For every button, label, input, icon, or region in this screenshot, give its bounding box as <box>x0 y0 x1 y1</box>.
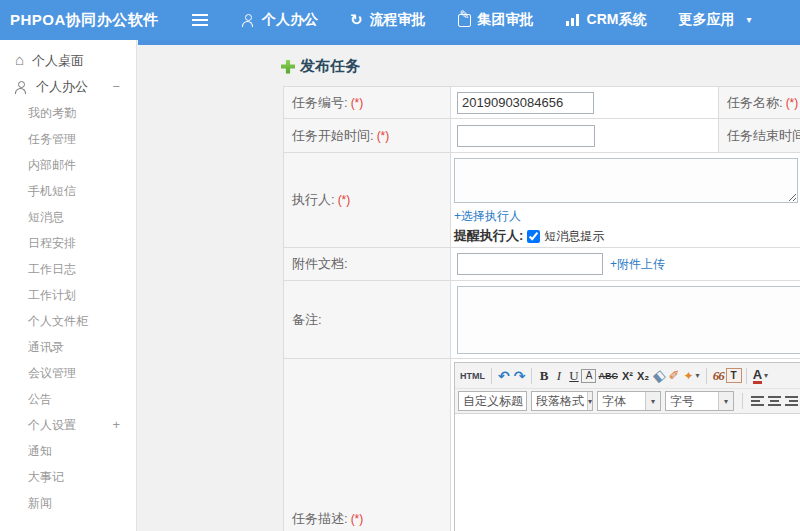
nav-crm-system[interactable]: CRM系统 <box>566 11 647 29</box>
start-time-input[interactable] <box>457 125 595 147</box>
table-row: 执行人:(*) +选择执行人 提醒执行人: 短消息提示 <box>284 153 800 248</box>
task-description-label: 任务描述:(*) <box>284 359 451 531</box>
nav-workflow-approval[interactable]: 流程审批 <box>350 11 426 29</box>
edit-square-icon <box>458 14 471 27</box>
top-header: PHPOA协同办公软件 个人办公 流程审批 集团审批 CRM系统 更多应用 ▾ <box>0 0 800 40</box>
sidebar-item-personal-office[interactable]: 个人办公 − <box>0 74 136 100</box>
caret-down-icon: ▾ <box>696 371 700 380</box>
nav-label: CRM系统 <box>587 11 647 29</box>
sidebar-item-work-plan[interactable]: 工作计划 <box>0 282 136 308</box>
underline-icon[interactable]: U <box>566 366 581 386</box>
rich-text-editor: HTML ↶ ↷ B I U A ABC X² X₂ ◧ <box>454 362 800 531</box>
publish-task-form: 任务编号:(*) 任务名称:(*) 任务开始时间:(*) 任务结束时间 <box>283 86 800 531</box>
sidebar-item-news[interactable]: 新闻 <box>0 490 136 516</box>
sidebar-item-sms[interactable]: 手机短信 <box>0 178 136 204</box>
sidebar: 个人桌面 个人办公 − 我的考勤 任务管理 内部邮件 手机短信 短消息 日程安排… <box>0 40 137 531</box>
attachment-input[interactable] <box>457 253 603 275</box>
executor-textarea[interactable] <box>454 158 798 203</box>
sidebar-item-notice[interactable]: 通知 <box>0 438 136 464</box>
editor-toolbar-bottom: 自定义标题▾ 段落格式▾ 字体▾ 字号▾ <box>455 389 800 414</box>
sidebar-item-work-log[interactable]: 工作日志 <box>0 256 136 282</box>
required-mark: (*) <box>786 96 799 110</box>
sidebar-item-meeting-management[interactable]: 会议管理 <box>0 360 136 386</box>
caret-down-icon: ▾ <box>526 392 527 410</box>
sidebar-item-label: 个人桌面 <box>32 48 84 74</box>
task-number-input[interactable] <box>457 92 594 114</box>
expand-plus-icon[interactable]: + <box>112 412 120 438</box>
executor-label: 执行人:(*) <box>284 153 451 248</box>
nav-group-approval[interactable]: 集团审批 <box>458 11 534 29</box>
sidebar-item-memorabilia[interactable]: 大事记 <box>0 464 136 490</box>
remind-executor-label: 提醒执行人: <box>454 227 523 245</box>
app-window: PHPOA协同办公软件 个人办公 流程审批 集团审批 CRM系统 更多应用 ▾ <box>0 0 800 531</box>
redo-icon[interactable]: ↷ <box>512 366 528 386</box>
required-mark: (*) <box>351 96 364 110</box>
nav-label: 个人办公 <box>262 11 318 29</box>
content-top-border <box>138 40 800 45</box>
toolbar-separator <box>531 368 532 384</box>
sidebar-item-label: 个人办公 <box>36 74 88 100</box>
end-time-label: 任务结束时间:(*) <box>719 119 800 153</box>
toolbar-separator <box>746 368 747 384</box>
required-mark: (*) <box>338 193 351 207</box>
editor-toolbar-top: HTML ↶ ↷ B I U A ABC X² X₂ ◧ <box>455 363 800 389</box>
app-logo[interactable]: PHPOA协同办公软件 <box>10 11 182 30</box>
toolbar-separator <box>742 393 743 409</box>
italic-icon[interactable]: I <box>551 366 566 386</box>
add-icon <box>281 60 295 74</box>
required-mark: (*) <box>351 512 364 526</box>
sidebar-item-personal-files[interactable]: 个人文件柜 <box>0 308 136 334</box>
flow-refresh-icon <box>350 12 363 28</box>
sidebar-item-contacts[interactable]: 通讯录 <box>0 334 136 360</box>
menu-toggle-icon[interactable] <box>192 14 208 26</box>
sms-remind-checkbox[interactable] <box>527 230 540 243</box>
font-family-select[interactable]: 字体▾ <box>597 391 661 411</box>
font-color-icon[interactable]: A▾ <box>751 366 770 386</box>
toolbar-separator <box>706 368 707 384</box>
sidebar-item-short-message[interactable]: 短消息 <box>0 204 136 230</box>
paste-from-word-icon[interactable]: T <box>726 368 742 383</box>
user-icon <box>15 81 28 94</box>
font-size-select[interactable]: 字号▾ <box>665 391 734 411</box>
sidebar-item-personal-settings[interactable]: 个人设置 + <box>0 412 136 438</box>
nav-more-apps[interactable]: 更多应用 ▾ <box>678 11 751 29</box>
undo-icon[interactable]: ↶ <box>496 366 512 386</box>
start-time-label: 任务开始时间:(*) <box>284 119 451 153</box>
select-executor-link[interactable]: +选择执行人 <box>454 209 521 223</box>
strikethrough-icon[interactable]: ABC <box>596 366 620 386</box>
table-row: 任务编号:(*) 任务名称:(*) <box>284 87 800 119</box>
blockquote-icon[interactable]: 66 <box>711 366 726 386</box>
align-center-icon[interactable] <box>768 396 781 406</box>
superscript-icon[interactable]: X² <box>620 366 635 386</box>
magic-wand-icon[interactable]: ✦▾ <box>682 366 702 386</box>
top-nav: 个人办公 流程审批 集团审批 CRM系统 更多应用 ▾ <box>242 11 752 29</box>
upload-attachment-link[interactable]: +附件上传 <box>610 256 665 273</box>
collapse-minus-icon[interactable]: − <box>112 74 120 100</box>
custom-heading-select[interactable]: 自定义标题▾ <box>458 391 527 411</box>
sidebar-item-task-management[interactable]: 任务管理 <box>0 126 136 152</box>
main-content: 发布任务 任务编号:(*) 任务名称:(*) 任务开始时间:(*) <box>138 40 800 531</box>
editor-content-area[interactable] <box>455 414 800 531</box>
paragraph-format-select[interactable]: 段落格式▾ <box>531 391 593 411</box>
bar-chart-icon <box>566 14 580 26</box>
remark-textarea[interactable] <box>457 286 800 354</box>
align-left-icon[interactable] <box>751 396 764 406</box>
nav-label: 集团审批 <box>478 11 534 29</box>
home-icon <box>15 48 24 74</box>
caret-down-icon: ▾ <box>764 371 768 380</box>
table-row: 任务开始时间:(*) 任务结束时间:(*) <box>284 119 800 153</box>
sidebar-item-internal-mail[interactable]: 内部邮件 <box>0 152 136 178</box>
nav-personal-office[interactable]: 个人办公 <box>242 11 318 29</box>
html-source-button[interactable]: HTML <box>458 366 487 386</box>
align-right-icon[interactable] <box>785 396 798 406</box>
bold-icon[interactable]: B <box>536 366 551 386</box>
toolbar-separator <box>491 368 492 384</box>
sidebar-item-desktop[interactable]: 个人桌面 <box>0 48 136 74</box>
sms-remind-label: 短消息提示 <box>544 228 604 245</box>
sidebar-item-announcement[interactable]: 公告 <box>0 386 136 412</box>
boxed-a-icon[interactable]: A <box>581 369 596 383</box>
sidebar-item-schedule[interactable]: 日程安排 <box>0 230 136 256</box>
task-number-label: 任务编号:(*) <box>284 87 451 119</box>
user-icon <box>242 14 255 27</box>
sidebar-item-my-attendance[interactable]: 我的考勤 <box>0 100 136 126</box>
